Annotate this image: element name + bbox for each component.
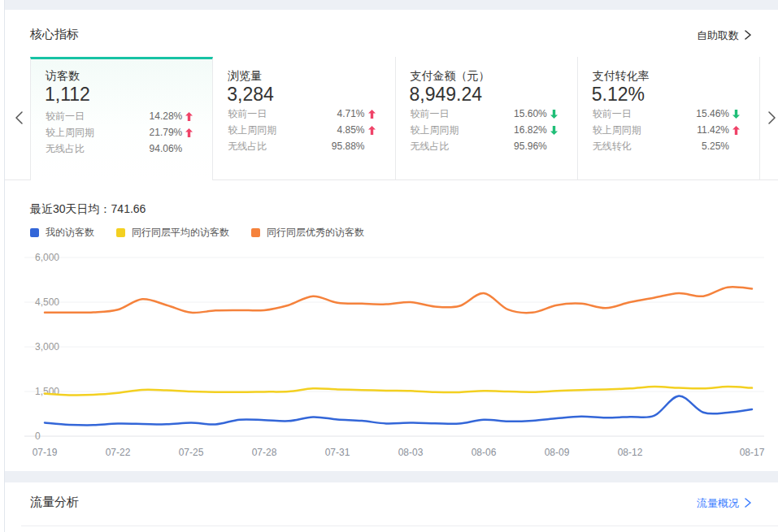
legend-label: 同行同层平均的访客数 <box>132 226 229 240</box>
trend-up-icon <box>182 128 193 137</box>
chevron-right-icon <box>745 30 751 42</box>
metric-card-rows: 较前一日14.28%较上周同期21.79%无线占比94.06% <box>46 108 193 157</box>
chart-legend: 我的访客数同行同层平均的访客数同行同层优秀的访客数 <box>30 226 364 240</box>
series-line-peer-excellent <box>45 287 752 313</box>
legend-label: 同行同层优秀的访客数 <box>267 226 364 240</box>
metric-card-pageviews[interactable]: 浏览量3,284较前一日4.71%较上周同期4.85%无线占比95.88% <box>213 57 394 179</box>
metric-row: 无线转化5.25% <box>593 138 740 154</box>
x-axis-label: 08-17 <box>740 447 765 458</box>
legend-swatch <box>251 228 260 237</box>
metric-row-label: 较前一日 <box>593 107 632 121</box>
metric-row: 较上周同期11.42% <box>593 122 740 138</box>
metric-row-label: 无线占比 <box>228 140 267 154</box>
metric-row-label: 较前一日 <box>46 110 85 123</box>
metric-cards-strip: 访客数1,112较前一日14.28%较上周同期21.79%无线占比94.06%浏… <box>30 57 760 180</box>
self-service-data-link[interactable]: 自助取数 <box>697 28 751 43</box>
y-axis-label: 0 <box>35 430 41 442</box>
page-left-border <box>0 0 5 532</box>
carousel-next-button[interactable] <box>766 110 777 125</box>
x-axis-label: 08-03 <box>398 447 424 458</box>
x-axis-label: 08-06 <box>472 447 497 458</box>
chevron-right-icon <box>745 498 751 510</box>
metric-row-value: 15.46% <box>696 108 729 119</box>
metric-row-value: 4.85% <box>337 124 364 136</box>
trend-up-icon <box>182 112 193 121</box>
x-axis-label: 07-22 <box>106 447 131 458</box>
metric-row: 较前一日14.28% <box>46 108 193 124</box>
metric-row-label: 较前一日 <box>228 107 267 121</box>
metric-row: 较前一日15.60% <box>411 106 558 122</box>
core-metrics-panel: 核心指标 自助取数 访客数1,112较前一日14.28%较上周同期21.79%无… <box>5 10 778 471</box>
metric-card-payment-amount[interactable]: 支付金额（元）8,949.24较前一日15.60%较上周同期16.82%无线占比… <box>395 57 577 179</box>
metric-card-value: 1,112 <box>45 84 90 106</box>
x-axis-label: 07-19 <box>33 447 58 458</box>
visitors-trend-chart: 01,5003,0004,5006,00007-1907-2207-2507-2… <box>24 248 766 467</box>
metric-row: 较上周同期21.79% <box>46 124 193 141</box>
metric-row-value: 15.60% <box>514 108 547 119</box>
legend-item-peer-average[interactable]: 同行同层平均的访客数 <box>116 226 229 240</box>
y-axis-label: 1,500 <box>35 386 59 397</box>
metric-row-label: 较上周同期 <box>228 123 276 137</box>
metric-card-label: 浏览量 <box>228 69 262 84</box>
metric-row: 无线占比94.06% <box>46 141 193 157</box>
metric-row-value: 95.88% <box>332 141 365 152</box>
metric-card-visitors[interactable]: 访客数1,112较前一日14.28%较上周同期21.79%无线占比94.06% <box>30 57 213 180</box>
metric-card-value: 5.12% <box>592 84 645 106</box>
trend-none-spacer <box>182 145 193 154</box>
x-axis-label: 07-28 <box>252 447 277 458</box>
traffic-analysis-panel: 流量分析 流量概况 <box>5 482 778 532</box>
metric-row: 较上周同期16.82% <box>411 122 558 138</box>
trend-none-spacer <box>365 142 376 151</box>
metric-card-label: 支付转化率 <box>593 69 650 84</box>
metric-row-label: 较上周同期 <box>411 123 459 137</box>
trend-down-icon <box>729 110 740 119</box>
y-axis-label: 4,500 <box>35 296 59 308</box>
metric-row: 无线占比95.88% <box>228 138 375 154</box>
metric-card-rows: 较前一日15.60%较上周同期16.82%无线占比95.96% <box>411 106 558 154</box>
metric-row-value: 4.71% <box>337 108 364 119</box>
metric-row-label: 较前一日 <box>411 107 450 121</box>
trend-none-spacer <box>547 142 558 151</box>
metric-card-rows: 较前一日4.71%较上周同期4.85%无线占比95.88% <box>228 106 375 154</box>
traffic-overview-link[interactable]: 流量概况 <box>697 496 751 511</box>
metric-row-value: 94.06% <box>150 143 183 154</box>
trend-up-icon <box>729 126 740 135</box>
metric-row-label: 无线占比 <box>411 140 450 154</box>
self-service-data-label: 自助取数 <box>697 28 739 43</box>
traffic-analysis-title: 流量分析 <box>30 495 79 510</box>
metric-row-value: 95.96% <box>514 141 547 152</box>
metric-card-payment-conversion[interactable]: 支付转化率5.12%较前一日15.46%较上周同期11.42%无线转化5.25% <box>577 57 759 179</box>
metric-row-value: 16.82% <box>514 124 547 136</box>
metric-row-value: 11.42% <box>697 124 729 136</box>
x-axis-label: 08-12 <box>618 447 643 458</box>
trend-up-icon <box>365 110 376 119</box>
series-line-peer-average <box>45 387 752 395</box>
legend-item-mine[interactable]: 我的访客数 <box>30 226 94 240</box>
metric-card-value: 8,949.24 <box>410 84 483 106</box>
metric-card-label: 支付金额（元） <box>411 69 490 84</box>
legend-item-peer-excellent[interactable]: 同行同层优秀的访客数 <box>251 226 364 240</box>
core-metrics-title: 核心指标 <box>30 27 79 42</box>
metric-row-value: 21.79% <box>150 127 183 138</box>
y-axis-label: 6,000 <box>35 252 59 263</box>
metric-row: 较前一日15.46% <box>593 106 740 122</box>
metric-row-label: 较上周同期 <box>593 123 641 137</box>
metric-row-value: 5.25% <box>702 141 729 152</box>
metric-row: 无线占比95.96% <box>411 138 558 154</box>
trend-down-icon <box>547 126 558 135</box>
legend-label: 我的访客数 <box>46 226 94 240</box>
metric-row: 较上周同期4.85% <box>228 122 375 138</box>
x-axis-label: 07-25 <box>179 447 204 458</box>
trend-none-spacer <box>729 142 740 151</box>
x-axis-label: 07-31 <box>325 447 350 458</box>
metric-row: 较前一日4.71% <box>228 106 375 122</box>
legend-swatch <box>116 228 125 237</box>
trend-up-icon <box>365 126 376 135</box>
metric-row-label: 无线占比 <box>46 142 85 156</box>
x-axis-label: 08-09 <box>545 447 570 458</box>
chart-average-title: 最近30天日均：741.66 <box>30 202 146 217</box>
trend-down-icon <box>547 110 558 119</box>
carousel-prev-button[interactable] <box>13 110 24 125</box>
metric-row-label: 无线转化 <box>593 140 632 154</box>
metric-card-label: 访客数 <box>46 69 80 84</box>
